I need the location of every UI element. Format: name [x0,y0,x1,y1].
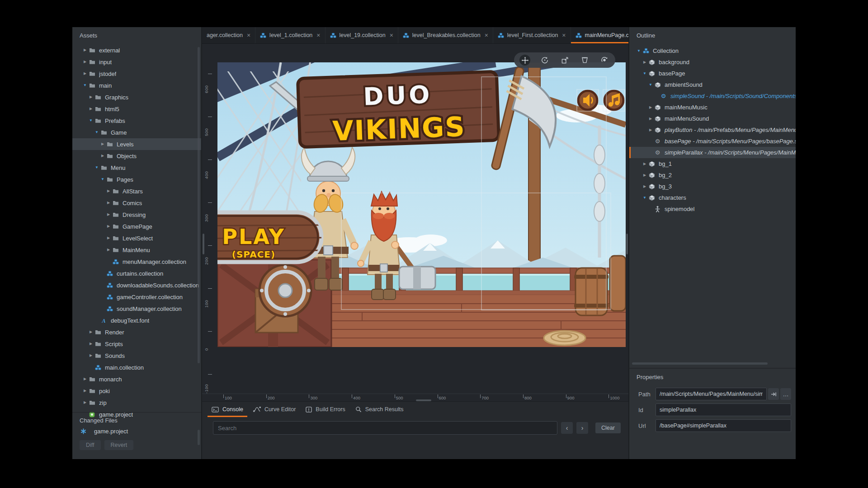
chevron-right-icon[interactable]: ▶ [105,221,112,232]
chevron-down-icon[interactable]: ▼ [647,79,654,90]
chevron-right-icon[interactable]: ▶ [105,197,112,209]
url-field[interactable] [656,419,791,432]
outline-row-mainmenumusic[interactable]: ▶mainMenuMusic [629,102,796,113]
asset-row-curtains.collection[interactable]: curtains.collection [72,267,201,279]
chevron-right-icon[interactable]: ▶ [99,138,106,150]
chevron-down-icon[interactable]: ▼ [88,115,94,127]
asset-row-mainmenu[interactable]: ▶MainMenu [72,244,201,256]
asset-row-html5[interactable]: ▶html5 [72,103,201,115]
asset-row-objects[interactable]: ▶Objects [72,150,201,162]
chevron-right-icon[interactable]: ▶ [647,124,654,136]
asset-row-render[interactable]: ▶Render [72,326,201,338]
outline-row-playbutton[interactable]: ▶playButton - /main/Prefabs/Menu/Pages/M… [629,124,796,136]
outline-row-basepage[interactable]: ▼basePage [629,68,796,79]
asset-row-soundmanager.collection[interactable]: soundManager.collection [72,303,201,314]
scale-tool-button[interactable] [559,55,570,66]
asset-row-dressing[interactable]: ▶Dressing [72,209,201,221]
chevron-right-icon[interactable]: ▶ [99,150,106,162]
asset-row-main.collection[interactable]: main.collection [72,361,201,373]
asset-row-levelselect[interactable]: ▶LevelSelect [72,232,201,244]
chevron-down-icon[interactable]: ▼ [642,192,648,203]
console-tab-console[interactable]: Console [207,402,248,417]
asset-row-sounds[interactable]: ▶Sounds [72,350,201,361]
asset-row-comics[interactable]: ▶Comics [72,197,201,209]
chevron-right-icon[interactable]: ▶ [82,44,88,56]
chevron-right-icon[interactable]: ▶ [88,326,94,338]
asset-row-external[interactable]: ▶external [72,44,201,56]
path-field[interactable] [656,388,767,400]
chevron-right-icon[interactable]: ▶ [82,385,88,397]
move-tool-button[interactable] [519,55,530,66]
viewport-right-scrollbar[interactable] [626,234,628,254]
diff-button[interactable]: Diff [80,440,101,450]
asset-row-menumanager.collection[interactable]: menuManager.collection [72,256,201,267]
tab-close-icon[interactable]: × [247,32,250,38]
outline-row-background[interactable]: ▶background [629,56,796,68]
outline-row-spinemodel[interactable]: spinemodel [629,203,796,215]
scene-canvas[interactable]: DUO VIKINGS PLAY (SPACE) [217,62,626,347]
chevron-right-icon[interactable]: ▶ [88,350,94,361]
editor-tab-mainmenupage.collection[interactable]: mainMenuPage.collection× [571,27,628,43]
asset-row-poki[interactable]: ▶poki [72,385,201,397]
chevron-right-icon[interactable]: ▶ [105,185,112,197]
chevron-down-icon[interactable]: ▼ [642,68,648,79]
asset-row-allstars[interactable]: ▶AllStars [72,185,201,197]
outline-row-ambientsound[interactable]: ▼ambientSound [629,79,796,90]
tab-close-icon[interactable]: × [485,32,488,38]
chevron-down-icon[interactable]: ▼ [636,45,642,56]
chevron-right-icon[interactable]: ▶ [642,169,648,181]
asset-row-scripts[interactable]: ▶Scripts [72,338,201,350]
search-prev-button[interactable]: ‹ [561,422,573,434]
outline-hscrollbar[interactable] [632,362,768,365]
chevron-right-icon[interactable]: ▶ [82,397,88,408]
asset-row-prefabs[interactable]: ▼Prefabs [72,115,201,127]
editor-tab-level_19.collection[interactable]: level_19.collection× [326,27,398,43]
asset-row-monarch[interactable]: ▶monarch [72,373,201,385]
clear-button[interactable]: Clear [595,422,621,433]
editor-tab-level_1.collection[interactable]: level_1.collection× [255,27,325,43]
outline-row-collection[interactable]: ▼Collection [629,45,796,56]
chevron-right-icon[interactable]: ▶ [88,91,94,103]
chevron-right-icon[interactable]: ▶ [105,232,112,244]
viewport-left-scrollbar[interactable] [203,234,204,254]
outline-row-bg_1[interactable]: ▶bg_1 [629,158,796,169]
chevron-right-icon[interactable]: ▶ [82,56,88,68]
chevron-right-icon[interactable]: ▶ [642,158,648,169]
goto-resource-button[interactable] [768,388,779,400]
asset-row-game[interactable]: ▼Game [72,127,201,138]
asset-row-menu[interactable]: ▼Menu [72,162,201,174]
editor-tab-level_breakables.collection[interactable]: level_Breakables.collection× [398,27,493,43]
scene-viewport[interactable]: DUO VIKINGS PLAY (SPACE) [202,44,628,401]
asset-row-graphics[interactable]: ▶Graphics [72,91,201,103]
chevron-right-icon[interactable]: ▶ [105,244,112,256]
outline-row-simplesound[interactable]: ⚙simpleSound - /main/Scripts/Sound/Compo… [629,90,796,102]
assets-scrollbar[interactable] [198,47,200,363]
chevron-right-icon[interactable]: ▶ [642,181,648,192]
outline-row-bg_3[interactable]: ▶bg_3 [629,181,796,192]
editor-tab-ager.collection[interactable]: ager.collection× [202,27,255,43]
chevron-right-icon[interactable]: ▶ [88,103,94,115]
search-input[interactable] [213,421,557,435]
asset-row-jstodef[interactable]: ▶jstodef [72,68,201,80]
chevron-down-icon[interactable]: ▼ [94,162,100,174]
tab-close-icon[interactable]: × [390,32,393,38]
id-field[interactable] [656,404,791,416]
outline-row-simpleparallax[interactable]: ⚙simpleParallax - /main/Scripts/Menu/Pag… [629,147,796,158]
asset-row-levels[interactable]: ▶Levels [72,138,201,150]
chevron-down-icon[interactable]: ▼ [94,127,100,138]
chevron-right-icon[interactable]: ▶ [88,338,94,350]
chevron-down-icon[interactable]: ▼ [99,174,106,185]
asset-row-debugtext.font[interactable]: AdebugText.font [72,314,201,326]
chevron-right-icon[interactable]: ▶ [642,56,648,68]
console-tab-search-results[interactable]: Search Results [350,402,409,417]
outline-row-bg_2[interactable]: ▶bg_2 [629,169,796,181]
tab-close-icon[interactable]: × [316,32,320,38]
console-tab-curve-editor[interactable]: Curve Editor [248,402,301,417]
chevron-down-icon[interactable]: ▼ [82,80,88,91]
chevron-right-icon[interactable]: ▶ [82,373,88,385]
changed-file-row[interactable]: game.project [72,426,201,436]
rotate-tool-button[interactable] [539,55,550,66]
chevron-right-icon[interactable]: ▶ [647,113,654,124]
asset-row-gamepage[interactable]: ▶GamePage [72,221,201,232]
outline-row-basepage[interactable]: ⚙basePage - /main/Scripts/Menu/Pages/bas… [629,136,796,147]
